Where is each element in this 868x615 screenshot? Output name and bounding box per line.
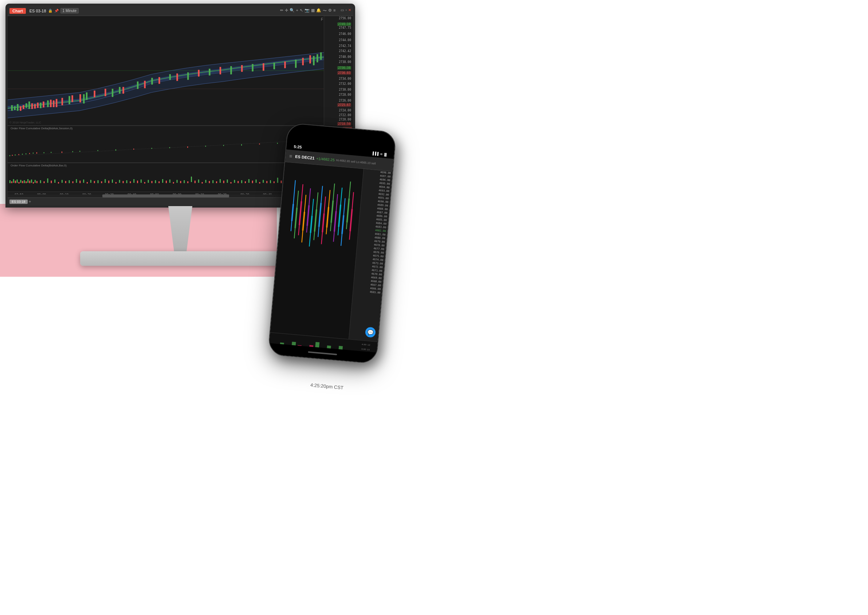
alert-icon[interactable]: 🔔 [316, 8, 321, 14]
scrollbar-thumb[interactable] [102, 194, 229, 197]
price-27427: 2742.74 [339, 44, 351, 48]
chart-symbol: ES 03-18 [30, 9, 46, 13]
svg-rect-146 [220, 179, 221, 183]
svg-rect-120 [127, 180, 127, 183]
layout-icon[interactable]: ▦ [311, 8, 315, 14]
phone-container: 5:25 ▐▐▐ ≋ ▓ ≡ ES DEC21 +1/4682.25 Hi:46… [266, 122, 411, 380]
svg-rect-192 [294, 208, 297, 228]
price-2724: 2724.00 [339, 109, 351, 112]
price-2749: 2749.10 [337, 23, 351, 26]
svg-rect-47 [263, 63, 264, 71]
svg-rect-23 [313, 56, 314, 65]
delta-bar-subchart: Order Flow Cumulative Delta(BidAsk,Bar,0… [8, 162, 324, 194]
svg-rect-139 [194, 181, 195, 183]
copyright-text: © 2018 NinjaTrader, LLC [9, 121, 41, 124]
svg-rect-59 [36, 152, 37, 154]
svg-rect-22 [295, 60, 297, 68]
svg-rect-94 [34, 180, 36, 183]
home-indicator[interactable] [308, 351, 337, 355]
zoom-plus-icon[interactable]: + [296, 8, 298, 14]
price-axis: 2756.00 2749.10 2747.75 2746.00 2744.00 … [324, 16, 353, 125]
svg-rect-128 [155, 180, 156, 183]
svg-rect-50 [310, 55, 311, 63]
svg-rect-157 [259, 182, 260, 184]
maximize-icon[interactable]: ▫ [345, 8, 347, 14]
svg-rect-68 [152, 148, 152, 149]
price-2746: 2746.00 [339, 33, 351, 36]
indicator-icon[interactable]: 〜 [323, 8, 327, 14]
svg-rect-49 [302, 58, 304, 65]
svg-rect-14 [137, 81, 138, 89]
svg-rect-126 [148, 180, 149, 183]
svg-rect-151 [238, 181, 239, 183]
svg-rect-162 [277, 178, 278, 183]
zoom-minus-icon[interactable]: 🔍 [289, 8, 295, 14]
svg-rect-153 [245, 181, 246, 183]
svg-rect-201 [330, 201, 334, 223]
svg-rect-97 [44, 181, 45, 183]
price-2738: 2738.00 [339, 61, 351, 64]
delta-svg [8, 130, 324, 162]
minimize-icon[interactable]: ▭ [341, 8, 344, 14]
price-272567: 2725.67 [337, 103, 351, 107]
svg-rect-154 [249, 179, 250, 183]
tab-es[interactable]: ES 03-18 [9, 200, 28, 204]
price-2736: 2736.03 [337, 71, 351, 75]
svg-rect-58 [33, 153, 33, 154]
svg-rect-197 [314, 209, 317, 232]
svg-rect-69 [169, 147, 170, 148]
toolbar-icons: ✏ ✛ 🔍 + ↖ 📷 ▦ 🔔 〜 ⚙ ≡ ▭ ▫ ✕ [280, 8, 351, 14]
svg-rect-84 [17, 180, 18, 183]
arrow-icon[interactable]: ↖ [300, 8, 303, 14]
svg-rect-124 [141, 180, 142, 183]
svg-rect-31 [43, 101, 44, 108]
svg-rect-86 [20, 180, 22, 183]
chart-scrollbar[interactable] [8, 194, 324, 197]
svg-rect-48 [285, 61, 286, 68]
depth-chart-svg [270, 162, 363, 339]
svg-rect-195 [307, 205, 310, 226]
price-2722: 2722.00 [339, 114, 351, 117]
svg-rect-102 [61, 180, 63, 183]
monitor-base [80, 251, 280, 266]
svg-rect-56 [25, 153, 26, 155]
svg-rect-119 [123, 181, 124, 183]
svg-rect-13 [119, 87, 120, 94]
svg-rect-149 [231, 182, 231, 184]
svg-rect-116 [112, 180, 113, 183]
svg-rect-204 [341, 215, 344, 234]
settings-icon[interactable]: ⚙ [328, 8, 332, 14]
chart-tab[interactable]: Chart [9, 8, 26, 14]
svg-rect-141 [202, 182, 203, 184]
svg-rect-4 [17, 104, 19, 111]
crosshair-icon[interactable]: ✛ [285, 8, 288, 14]
svg-rect-53 [15, 155, 16, 156]
svg-rect-7 [40, 103, 42, 108]
svg-rect-131 [166, 181, 167, 183]
hamburger-icon[interactable]: ≡ [289, 153, 293, 159]
svg-rect-21 [274, 62, 275, 69]
svg-rect-90 [27, 179, 28, 183]
camera-icon[interactable]: 📷 [305, 8, 310, 14]
add-tab-button[interactable]: + [29, 199, 31, 204]
svg-text:3.00: 3.00 [361, 348, 366, 350]
list-icon[interactable]: ≡ [333, 8, 335, 14]
freeze-button[interactable]: F [321, 17, 323, 22]
svg-rect-103 [65, 181, 66, 183]
svg-rect-108 [83, 180, 84, 183]
svg-rect-137 [187, 181, 188, 183]
svg-rect-155 [252, 181, 253, 183]
pin-icon: 📌 [54, 9, 59, 13]
svg-rect-112 [98, 180, 99, 183]
pencil-icon[interactable]: ✏ [280, 8, 283, 14]
close-icon[interactable]: ✕ [348, 8, 351, 14]
svg-rect-106 [76, 179, 77, 183]
svg-rect-85 [19, 182, 20, 184]
svg-rect-148 [227, 180, 228, 183]
price-2720: 2720.00 [339, 118, 351, 121]
svg-rect-160 [270, 180, 271, 183]
svg-rect-205 [346, 198, 350, 222]
svg-rect-11 [86, 92, 88, 100]
timeframe-dropdown[interactable]: 1 Minute [61, 8, 79, 14]
svg-rect-118 [119, 180, 120, 183]
